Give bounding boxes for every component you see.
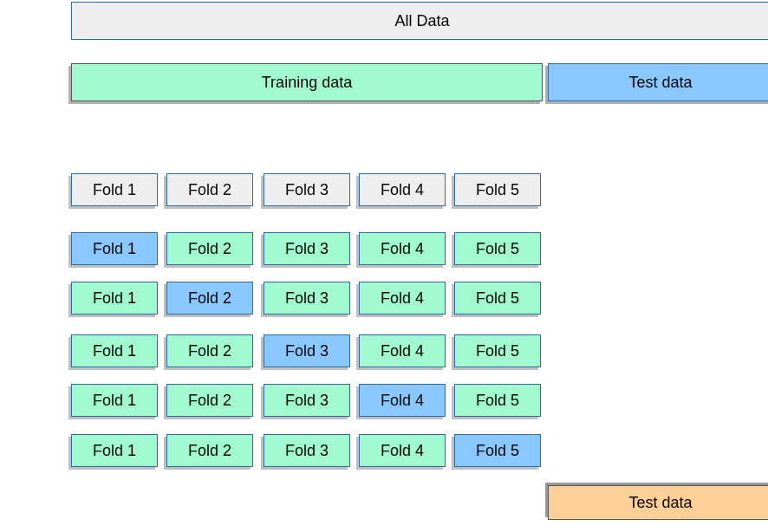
fold-label: Fold 2: [188, 181, 231, 199]
fold-cell: Fold 2: [166, 384, 253, 417]
fold-cell: Fold 3: [264, 334, 350, 367]
fold-label: Fold 1: [93, 240, 136, 258]
fold-cell: Fold 5: [454, 384, 541, 417]
fold-label: Fold 2: [188, 392, 231, 410]
fold-cell: Fold 4: [359, 282, 446, 315]
fold-label: Fold 5: [476, 392, 519, 410]
fold-cell: Fold 1: [71, 334, 158, 367]
fold-label: Fold 4: [381, 442, 424, 460]
fold-cell: Fold 2: [166, 232, 253, 265]
fold-label: Fold 5: [476, 181, 519, 199]
fold-cell: Fold 3: [264, 434, 350, 467]
fold-label: Fold 3: [285, 342, 329, 360]
fold-label: Fold 4: [381, 181, 424, 199]
fold-cell: Fold 3: [264, 282, 350, 315]
fold-row: Fold 1Fold 2Fold 3Fold 4Fold 5: [71, 282, 546, 315]
fold-cell: Fold 4: [359, 173, 446, 206]
fold-cell: Fold 4: [359, 384, 446, 417]
fold-cell: Fold 1: [71, 282, 158, 315]
fold-cell: Fold 3: [264, 173, 350, 206]
fold-cell: Fold 4: [359, 232, 446, 265]
fold-label: Fold 2: [188, 240, 231, 258]
fold-label: Fold 1: [93, 181, 136, 199]
final-test-data-box: Test data: [548, 485, 768, 520]
fold-cell: Fold 2: [166, 282, 253, 315]
fold-cell: Fold 5: [454, 434, 541, 467]
fold-cell: Fold 2: [166, 173, 253, 206]
all-data-box: All Data: [71, 2, 768, 40]
fold-label: Fold 4: [381, 342, 424, 360]
fold-label: Fold 4: [381, 289, 424, 308]
test-data-label: Test data: [628, 74, 692, 92]
fold-label: Fold 1: [93, 442, 136, 460]
fold-cell: Fold 3: [264, 232, 350, 265]
fold-label: Fold 3: [285, 392, 329, 410]
fold-label: Fold 4: [381, 392, 424, 410]
fold-label: Fold 2: [188, 442, 231, 460]
fold-label: Fold 1: [93, 392, 136, 410]
fold-cell: Fold 2: [166, 434, 253, 467]
final-test-data-label: Test data: [628, 494, 692, 512]
fold-label: Fold 3: [285, 240, 329, 258]
fold-label: Fold 3: [285, 442, 329, 460]
fold-cell: Fold 1: [71, 173, 158, 206]
fold-cell: Fold 1: [71, 384, 158, 417]
fold-cell: Fold 5: [454, 282, 541, 315]
fold-cell: Fold 5: [454, 334, 541, 367]
fold-label: Fold 2: [188, 342, 231, 360]
test-data-box: Test data: [548, 63, 768, 101]
fold-cell: Fold 1: [71, 232, 158, 265]
fold-label: Fold 1: [93, 342, 136, 360]
fold-label: Fold 2: [188, 289, 231, 308]
fold-label: Fold 1: [93, 289, 136, 308]
fold-cell: Fold 5: [454, 173, 541, 206]
fold-cell: Fold 1: [71, 434, 158, 467]
fold-label: Fold 5: [476, 289, 519, 308]
fold-row: Fold 1Fold 2Fold 3Fold 4Fold 5: [71, 434, 546, 467]
fold-cell: Fold 3: [264, 384, 350, 417]
fold-cell: Fold 4: [359, 334, 446, 367]
all-data-label: All Data: [394, 12, 449, 30]
fold-label: Fold 5: [476, 442, 519, 460]
fold-cell: Fold 5: [454, 232, 541, 265]
fold-label: Fold 4: [381, 240, 424, 258]
training-data-label: Training data: [262, 74, 352, 92]
fold-label: Fold 3: [285, 181, 329, 199]
fold-label: Fold 3: [285, 289, 329, 308]
fold-label: Fold 5: [476, 342, 519, 360]
fold-row: Fold 1Fold 2Fold 3Fold 4Fold 5: [71, 173, 546, 206]
fold-cell: Fold 2: [166, 334, 253, 367]
fold-row: Fold 1Fold 2Fold 3Fold 4Fold 5: [71, 232, 546, 265]
training-data-box: Training data: [71, 63, 543, 101]
fold-label: Fold 5: [476, 240, 519, 258]
fold-row: Fold 1Fold 2Fold 3Fold 4Fold 5: [71, 384, 546, 417]
fold-row: Fold 1Fold 2Fold 3Fold 4Fold 5: [71, 334, 546, 367]
fold-cell: Fold 4: [359, 434, 446, 467]
